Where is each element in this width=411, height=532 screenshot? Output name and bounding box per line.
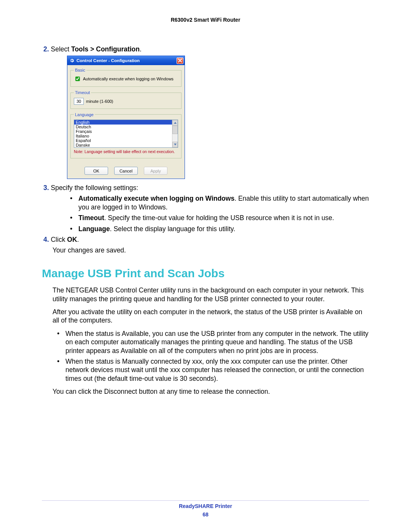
auto-execute-label: Automatically execute when logging on Wi… [83, 76, 174, 81]
language-option-italiano[interactable]: Italiano [74, 134, 172, 138]
dialog-body: Basic Automatically execute when logging… [67, 65, 185, 179]
step-3-text: Specify the following settings: [51, 184, 138, 192]
chevron-down-icon [174, 144, 177, 145]
ok-button[interactable]: OK [84, 167, 108, 175]
content-area: 2. Select Tools > Configuration. Control… [42, 45, 369, 396]
settings-bullet-timeout: Timeout. Specify the time-out value for … [70, 214, 369, 222]
language-note: Note: Language setting will take effect … [74, 149, 178, 154]
auto-execute-row[interactable]: Automatically execute when logging on Wi… [74, 75, 178, 83]
settings-bullet-auto: Automatically execute when logging on Wi… [70, 194, 369, 211]
step-4: 4. Click OK. [53, 235, 369, 244]
settings-bullet-language-rest: . Select the display language for this u… [110, 225, 235, 233]
step-2: 2. Select Tools > Configuration. [53, 45, 369, 53]
close-icon [178, 59, 182, 62]
section-bullet-manual: When the status is Manually connected by… [53, 357, 369, 383]
auto-execute-checkbox[interactable] [75, 77, 80, 81]
gear-icon [69, 58, 75, 63]
section-bullet-available: When the status is Available, you can us… [53, 329, 369, 355]
timeout-unit: minute (1-600) [86, 99, 113, 104]
config-dialog: Control Center - Configuration Basic Aut… [67, 56, 185, 179]
step-number: 2. [43, 45, 49, 53]
page-footer: ReadySHARE Printer 68 [0, 503, 411, 518]
timeout-group: Timeout minute (1-600) [70, 90, 182, 109]
section-para-1: The NETGEAR USB Control Center utility r… [53, 286, 369, 303]
step-3: 3. Specify the following settings: [53, 184, 369, 192]
scroll-track[interactable] [172, 126, 178, 142]
language-listbox[interactable]: English Deutsch Français Italiano Españo… [74, 120, 178, 148]
cancel-button[interactable]: Cancel [114, 167, 138, 175]
dialog-title: Control Center - Configuration [76, 58, 177, 64]
language-option-english[interactable]: English [74, 120, 172, 125]
section-para-2: After you activate the utility on each c… [53, 308, 369, 325]
step-4-result: Your changes are saved. [53, 246, 369, 254]
settings-bullet-auto-bold: Automatically execute when logging on Wi… [78, 195, 234, 202]
section-para-3: You can click the Disconnect button at a… [53, 387, 369, 396]
language-option-francais[interactable]: Français [74, 129, 172, 134]
settings-bullet-list: Automatically execute when logging on Wi… [70, 194, 369, 233]
language-legend: Language [74, 112, 95, 117]
settings-bullet-language-bold: Language [78, 225, 110, 233]
step-2-bold: Tools > Configuration [71, 45, 140, 53]
page-number: 68 [0, 511, 411, 518]
basic-legend: Basic [74, 67, 86, 73]
step-number: 3. [43, 184, 49, 192]
timeout-input[interactable] [74, 98, 84, 105]
footer-label: ReadySHARE Printer [179, 503, 232, 509]
language-list[interactable]: English Deutsch Français Italiano Españo… [74, 120, 172, 147]
section-bullet-list: When the status is Available, you can us… [53, 329, 369, 383]
apply-button[interactable]: Apply [144, 167, 167, 175]
basic-group: Basic Automatically execute when logging… [70, 67, 182, 87]
scroll-down-button[interactable] [172, 142, 178, 147]
step-2-trail: . [140, 45, 142, 53]
step-2-lead: Select [51, 45, 71, 53]
close-button[interactable] [177, 58, 183, 64]
scroll-thumb[interactable] [172, 126, 178, 134]
step-4-trail: . [77, 236, 79, 243]
language-option-espanol[interactable]: Español [74, 138, 172, 143]
page-container: R6300v2 Smart WiFi Router 2. Select Tool… [0, 0, 411, 532]
language-group: Language English Deutsch Français Italia… [70, 112, 182, 159]
chevron-up-icon [174, 122, 177, 124]
section-heading: Manage USB Print and Scan Jobs [42, 266, 369, 281]
language-scrollbar[interactable] [172, 120, 178, 147]
dialog-titlebar[interactable]: Control Center - Configuration [67, 56, 185, 65]
footer-rule [42, 500, 369, 501]
dialog-button-row: OK Cancel Apply [70, 167, 182, 175]
settings-bullet-language: Language. Select the display language fo… [70, 225, 369, 233]
document-header: R6300v2 Smart WiFi Router [42, 17, 369, 23]
step-number: 4. [43, 236, 49, 243]
language-option-danske[interactable]: Danske [74, 143, 172, 147]
step-4-lead: Click [51, 236, 67, 243]
timeout-legend: Timeout [74, 90, 91, 95]
settings-bullet-timeout-rest: . Specify the time-out value for holding… [104, 214, 334, 222]
scroll-up-button[interactable] [172, 120, 178, 126]
language-option-deutsch[interactable]: Deutsch [74, 125, 172, 129]
settings-bullet-timeout-bold: Timeout [78, 214, 104, 222]
step-4-bold: OK [67, 236, 77, 243]
